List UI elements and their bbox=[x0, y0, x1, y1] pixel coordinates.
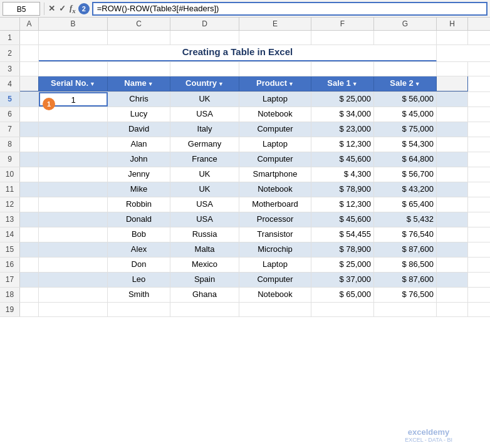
cell-e3[interactable] bbox=[239, 62, 311, 76]
cell-a15[interactable] bbox=[20, 242, 39, 257]
cell-d19[interactable] bbox=[170, 303, 239, 316]
cell-e15[interactable]: Microchip bbox=[239, 242, 311, 257]
col-header-d[interactable]: D bbox=[170, 18, 239, 30]
cell-f1[interactable] bbox=[311, 31, 374, 44]
cell-c5[interactable]: Chris bbox=[108, 92, 170, 107]
cell-a4[interactable] bbox=[20, 76, 39, 91]
cell-c19[interactable] bbox=[108, 303, 170, 316]
cell-a9[interactable] bbox=[20, 152, 39, 167]
cell-d14[interactable]: Russia bbox=[170, 227, 239, 242]
cancel-icon[interactable]: ✕ bbox=[48, 4, 55, 13]
cell-g14[interactable]: $ 76,540 bbox=[374, 227, 437, 242]
cell-reference-box[interactable]: B5 bbox=[3, 2, 40, 16]
cell-c17[interactable]: Leo bbox=[108, 273, 170, 287]
cell-c10[interactable]: Jenny bbox=[108, 167, 170, 182]
cell-title[interactable]: Creating a Table in Excel bbox=[39, 45, 437, 61]
col-header-f[interactable]: F bbox=[311, 18, 374, 30]
cell-g13[interactable]: $ 5,432 bbox=[374, 212, 437, 227]
cell-g8[interactable]: $ 54,300 bbox=[374, 137, 437, 152]
cell-a7[interactable] bbox=[20, 122, 39, 137]
cell-h11[interactable] bbox=[437, 182, 468, 197]
cell-h6[interactable] bbox=[437, 107, 468, 122]
cell-a3[interactable] bbox=[20, 62, 39, 76]
cell-h18[interactable] bbox=[437, 288, 468, 302]
cell-e12[interactable]: Motherboard bbox=[239, 197, 311, 212]
cell-h17[interactable] bbox=[437, 273, 468, 287]
cell-g16[interactable]: $ 86,500 bbox=[374, 258, 437, 272]
cell-f17[interactable]: $ 37,000 bbox=[311, 273, 374, 287]
cell-g11[interactable]: $ 43,200 bbox=[374, 182, 437, 197]
cell-h10[interactable] bbox=[437, 167, 468, 182]
formula-input[interactable] bbox=[92, 2, 487, 16]
cell-e7[interactable]: Computer bbox=[239, 122, 311, 137]
confirm-icon[interactable]: ✓ bbox=[59, 4, 66, 13]
cell-f9[interactable]: $ 45,600 bbox=[311, 152, 374, 167]
cell-a16[interactable] bbox=[20, 258, 39, 272]
cell-b15[interactable] bbox=[39, 242, 108, 257]
cell-f11[interactable]: $ 78,900 bbox=[311, 182, 374, 197]
col-header-e[interactable]: E bbox=[239, 18, 311, 30]
cell-c8[interactable]: Alan bbox=[108, 137, 170, 152]
cell-e13[interactable]: Processor bbox=[239, 212, 311, 227]
cell-b3[interactable] bbox=[39, 62, 108, 76]
cell-c9[interactable]: John bbox=[108, 152, 170, 167]
cell-h1[interactable] bbox=[437, 31, 468, 44]
cell-a13[interactable] bbox=[20, 212, 39, 227]
cell-a12[interactable] bbox=[20, 197, 39, 212]
cell-h4[interactable] bbox=[437, 76, 468, 91]
cell-h9[interactable] bbox=[437, 152, 468, 167]
cell-c14[interactable]: Bob bbox=[108, 227, 170, 242]
cell-b7[interactable] bbox=[39, 122, 108, 137]
cell-b9[interactable] bbox=[39, 152, 108, 167]
cell-g10[interactable]: $ 56,700 bbox=[374, 167, 437, 182]
cell-c11[interactable]: Mike bbox=[108, 182, 170, 197]
cell-d5[interactable]: UK bbox=[170, 92, 239, 107]
dropdown-sale1[interactable]: ▼ bbox=[352, 81, 358, 87]
cell-b1[interactable] bbox=[39, 31, 108, 44]
cell-b10[interactable] bbox=[39, 167, 108, 182]
cell-f3[interactable] bbox=[311, 62, 374, 76]
cell-b11[interactable] bbox=[39, 182, 108, 197]
cell-c1[interactable] bbox=[108, 31, 170, 44]
cell-f19[interactable] bbox=[311, 303, 374, 316]
cell-b19[interactable] bbox=[39, 303, 108, 316]
cell-e8[interactable]: Laptop bbox=[239, 137, 311, 152]
cell-g19[interactable] bbox=[374, 303, 437, 316]
col-header-g[interactable]: G bbox=[374, 18, 437, 30]
header-country[interactable]: Country▼ bbox=[170, 76, 239, 91]
cell-f18[interactable]: $ 65,000 bbox=[311, 288, 374, 302]
cell-e17[interactable]: Computer bbox=[239, 273, 311, 287]
cell-f14[interactable]: $ 54,455 bbox=[311, 227, 374, 242]
cell-d3[interactable] bbox=[170, 62, 239, 76]
cell-h3[interactable] bbox=[437, 62, 468, 76]
cell-g12[interactable]: $ 65,400 bbox=[374, 197, 437, 212]
cell-a6[interactable] bbox=[20, 107, 39, 122]
cell-e11[interactable]: Notebook bbox=[239, 182, 311, 197]
dropdown-sale2[interactable]: ▼ bbox=[415, 81, 420, 87]
cell-g17[interactable]: $ 87,600 bbox=[374, 273, 437, 287]
cell-g3[interactable] bbox=[374, 62, 437, 76]
dropdown-name[interactable]: ▼ bbox=[148, 81, 154, 87]
cell-c6[interactable]: Lucy bbox=[108, 107, 170, 122]
cell-a11[interactable] bbox=[20, 182, 39, 197]
cell-e10[interactable]: Smartphone bbox=[239, 167, 311, 182]
cell-a8[interactable] bbox=[20, 137, 39, 152]
cell-h14[interactable] bbox=[437, 227, 468, 242]
dropdown-product[interactable]: ▼ bbox=[288, 81, 294, 87]
cell-e19[interactable] bbox=[239, 303, 311, 316]
col-header-c[interactable]: C bbox=[108, 18, 170, 30]
cell-h19[interactable] bbox=[437, 303, 468, 316]
cell-h13[interactable] bbox=[437, 212, 468, 227]
cell-g9[interactable]: $ 64,800 bbox=[374, 152, 437, 167]
header-sale2[interactable]: Sale 2▼ bbox=[374, 76, 437, 91]
cell-g15[interactable]: $ 87,600 bbox=[374, 242, 437, 257]
col-header-b[interactable]: B bbox=[39, 18, 108, 30]
cell-f10[interactable]: $ 4,300 bbox=[311, 167, 374, 182]
cell-e16[interactable]: Laptop bbox=[239, 258, 311, 272]
cell-f16[interactable]: $ 25,000 bbox=[311, 258, 374, 272]
cell-c7[interactable]: David bbox=[108, 122, 170, 137]
cell-d10[interactable]: UK bbox=[170, 167, 239, 182]
cell-d13[interactable]: USA bbox=[170, 212, 239, 227]
cell-g5[interactable]: $ 56,000 bbox=[374, 92, 437, 107]
cell-c18[interactable]: Smith bbox=[108, 288, 170, 302]
